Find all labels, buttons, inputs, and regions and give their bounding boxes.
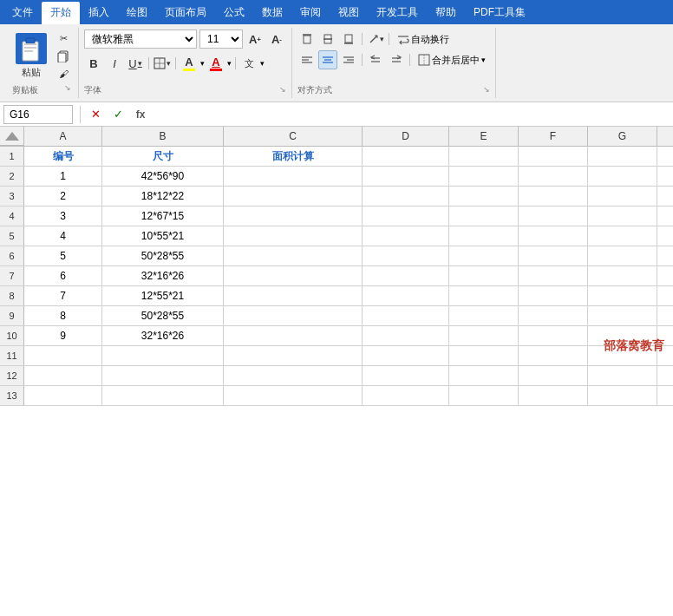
- fill-color-dropdown[interactable]: ▾: [200, 59, 205, 68]
- italic-button[interactable]: I: [105, 54, 124, 73]
- cell-B11[interactable]: [102, 346, 224, 365]
- clipboard-expand-icon[interactable]: ↘: [64, 83, 71, 92]
- cell-G1[interactable]: [588, 147, 657, 166]
- row-number-10[interactable]: 10: [0, 326, 24, 345]
- row-number-5[interactable]: 5: [0, 226, 24, 246]
- align-bottom-button[interactable]: [339, 29, 358, 49]
- cell-A13[interactable]: [24, 386, 102, 405]
- menu-item-绘图[interactable]: 绘图: [118, 2, 156, 23]
- cell-C9[interactable]: [224, 306, 363, 325]
- cell-A8[interactable]: 7: [24, 286, 102, 305]
- cell-D1[interactable]: [363, 147, 449, 166]
- cell-A3[interactable]: 2: [24, 187, 102, 206]
- menu-item-开始[interactable]: 开始: [42, 2, 80, 24]
- cell-C4[interactable]: [224, 206, 363, 226]
- cell-B6[interactable]: 50*28*55: [102, 246, 224, 265]
- alignment-expand-icon[interactable]: ↘: [483, 85, 490, 94]
- cell-B4[interactable]: 12*67*15: [102, 206, 224, 226]
- cell-D6[interactable]: [363, 246, 449, 265]
- cell-D3[interactable]: [363, 187, 449, 206]
- cell-F5[interactable]: [519, 226, 588, 246]
- cell-C6[interactable]: [224, 246, 363, 265]
- col-header-e[interactable]: E: [449, 127, 519, 146]
- cell-G5[interactable]: [588, 226, 657, 246]
- confirm-formula-button[interactable]: ✓: [110, 107, 126, 122]
- cell-F1[interactable]: [519, 147, 588, 166]
- cell-B3[interactable]: 18*12*22: [102, 187, 224, 206]
- bold-button[interactable]: B: [84, 54, 103, 73]
- phonetic-dropdown[interactable]: ▾: [260, 59, 265, 68]
- cell-C7[interactable]: [224, 266, 363, 285]
- select-all-button[interactable]: [0, 127, 24, 146]
- cell-B10[interactable]: 32*16*26: [102, 326, 224, 345]
- cell-D13[interactable]: [363, 386, 449, 405]
- decrease-font-size-button[interactable]: A-: [267, 29, 286, 49]
- cell-F6[interactable]: [519, 246, 588, 265]
- cell-G4[interactable]: [588, 206, 657, 226]
- font-expand-icon[interactable]: ↘: [279, 85, 286, 94]
- menu-item-数据[interactable]: 数据: [253, 2, 291, 23]
- row-number-3[interactable]: 3: [0, 187, 24, 206]
- decrease-indent-button[interactable]: [366, 50, 385, 69]
- cell-F3[interactable]: [519, 187, 588, 206]
- row-number-1[interactable]: 1: [0, 147, 24, 166]
- cell-F10[interactable]: [519, 326, 588, 345]
- cancel-formula-button[interactable]: ✕: [88, 107, 103, 122]
- cell-E3[interactable]: [449, 187, 519, 206]
- cell-E5[interactable]: [449, 226, 519, 246]
- menu-item-帮助[interactable]: 帮助: [427, 2, 465, 23]
- formula-input[interactable]: [152, 105, 670, 124]
- font-color-dropdown[interactable]: ▾: [227, 59, 232, 68]
- cell-C8[interactable]: [224, 286, 363, 305]
- cell-D12[interactable]: [363, 366, 449, 385]
- row-number-8[interactable]: 8: [0, 286, 24, 305]
- cell-F13[interactable]: [519, 386, 588, 405]
- fill-color-button[interactable]: A: [180, 54, 199, 73]
- cell-F8[interactable]: [519, 286, 588, 305]
- cell-D9[interactable]: [363, 306, 449, 325]
- row-number-9[interactable]: 9: [0, 306, 24, 325]
- cell-A1[interactable]: 编号: [24, 147, 102, 166]
- copy-button[interactable]: [54, 49, 73, 64]
- cell-E9[interactable]: [449, 306, 519, 325]
- cell-F2[interactable]: [519, 167, 588, 186]
- cell-B2[interactable]: 42*56*90: [102, 167, 224, 186]
- font-size-select[interactable]: 11 10 12 14: [199, 29, 243, 49]
- merge-center-dropdown[interactable]: ▾: [481, 56, 486, 64]
- row-number-4[interactable]: 4: [0, 206, 24, 226]
- cell-E2[interactable]: [449, 167, 519, 186]
- font-name-select[interactable]: 微软雅黑 宋体 Arial: [84, 29, 197, 49]
- cell-C12[interactable]: [224, 366, 363, 385]
- cell-C3[interactable]: [224, 187, 363, 206]
- col-header-b[interactable]: B: [102, 127, 224, 146]
- col-header-g[interactable]: G: [588, 127, 657, 146]
- align-top-button[interactable]: [297, 29, 317, 49]
- cell-A2[interactable]: 1: [24, 167, 102, 186]
- increase-indent-button[interactable]: [387, 50, 406, 69]
- cell-E1[interactable]: [449, 147, 519, 166]
- cell-B1[interactable]: 尺寸: [102, 147, 224, 166]
- cell-E13[interactable]: [449, 386, 519, 405]
- col-header-d[interactable]: D: [363, 127, 449, 146]
- cell-E7[interactable]: [449, 266, 519, 285]
- cell-A11[interactable]: [24, 346, 102, 365]
- menu-item-文件[interactable]: 文件: [3, 2, 42, 23]
- paste-button[interactable]: 粘贴: [12, 31, 50, 81]
- menu-item-审阅[interactable]: 审阅: [291, 2, 330, 23]
- cell-D7[interactable]: [363, 266, 449, 285]
- align-right-button[interactable]: [339, 50, 358, 69]
- insert-function-button[interactable]: fx: [133, 107, 148, 122]
- underline-button[interactable]: U▾: [126, 54, 145, 73]
- cell-D8[interactable]: [363, 286, 449, 305]
- phonetic-button[interactable]: 文: [239, 54, 258, 73]
- cell-D11[interactable]: [363, 346, 449, 365]
- cell-G13[interactable]: [588, 386, 657, 405]
- cell-B13[interactable]: [102, 386, 224, 405]
- cell-C10[interactable]: [224, 326, 363, 345]
- menu-item-视图[interactable]: 视图: [330, 2, 368, 23]
- cell-C1[interactable]: 面积计算: [224, 147, 363, 166]
- cell-E4[interactable]: [449, 206, 519, 226]
- increase-font-size-button[interactable]: A+: [245, 29, 265, 49]
- align-left-button[interactable]: [297, 50, 317, 69]
- border-button[interactable]: ▾: [153, 54, 172, 73]
